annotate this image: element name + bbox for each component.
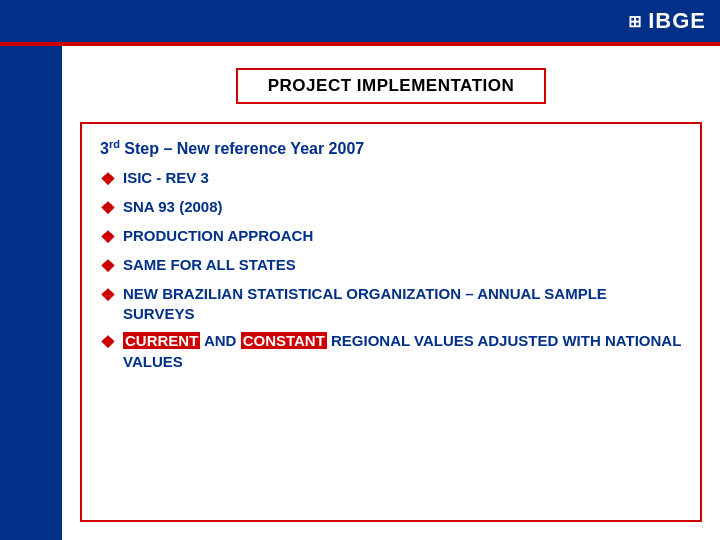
bullet-item-last: ❖ CURRENT AND CONSTANT REGIONAL VALUES A… xyxy=(100,330,682,372)
bullet-item-1: ❖ ISIC - REV 3 xyxy=(100,168,682,190)
diamond-icon-last: ❖ xyxy=(100,331,115,355)
step-suffix: Step – New reference Year 2007 xyxy=(120,140,364,157)
current-highlight: CURRENT xyxy=(123,332,200,349)
main-content: PROJECT IMPLEMENTATION 3rd Step – New re… xyxy=(0,46,720,540)
bullet-item-5: ❖ NEW BRAZILIAN STATISTICAL ORGANIZATION… xyxy=(100,284,682,323)
left-sidebar-strip xyxy=(0,46,62,540)
main-box: 3rd Step – New reference Year 2007 ❖ ISI… xyxy=(80,122,702,522)
diamond-icon-2: ❖ xyxy=(100,198,115,219)
diamond-icon-3: ❖ xyxy=(100,227,115,248)
logo-label: IBGE xyxy=(648,8,706,34)
bullet-item-3: ❖ PRODUCTION APPROACH xyxy=(100,226,682,248)
diamond-icon-1: ❖ xyxy=(100,169,115,190)
logo-icon: ⊞ xyxy=(628,12,642,31)
content-area: PROJECT IMPLEMENTATION 3rd Step – New re… xyxy=(62,46,720,540)
bullet-text-5: NEW BRAZILIAN STATISTICAL ORGANIZATION –… xyxy=(123,284,682,323)
and-text: AND xyxy=(200,332,240,349)
bullet-text-4: SAME FOR ALL STATES xyxy=(123,255,296,275)
bullet-text-1: ISIC - REV 3 xyxy=(123,168,209,188)
step-heading: 3rd Step – New reference Year 2007 xyxy=(100,138,682,158)
bullet-item-2: ❖ SNA 93 (2008) xyxy=(100,197,682,219)
bullet-item-4: ❖ SAME FOR ALL STATES xyxy=(100,255,682,277)
step-superscript: rd xyxy=(109,138,120,150)
step-number: 3 xyxy=(100,140,109,157)
title-box: PROJECT IMPLEMENTATION xyxy=(236,68,547,104)
diamond-icon-4: ❖ xyxy=(100,256,115,277)
bullet-text-3: PRODUCTION APPROACH xyxy=(123,226,313,246)
logo: ⊞ IBGE xyxy=(628,8,706,34)
bullet-text-last: CURRENT AND CONSTANT REGIONAL VALUES ADJ… xyxy=(123,330,682,372)
diamond-icon-5: ❖ xyxy=(100,285,115,306)
page-title: PROJECT IMPLEMENTATION xyxy=(268,76,515,95)
bullet-text-2: SNA 93 (2008) xyxy=(123,197,223,217)
top-bar: ⊞ IBGE xyxy=(0,0,720,42)
constant-highlight: CONSTANT xyxy=(241,332,327,349)
